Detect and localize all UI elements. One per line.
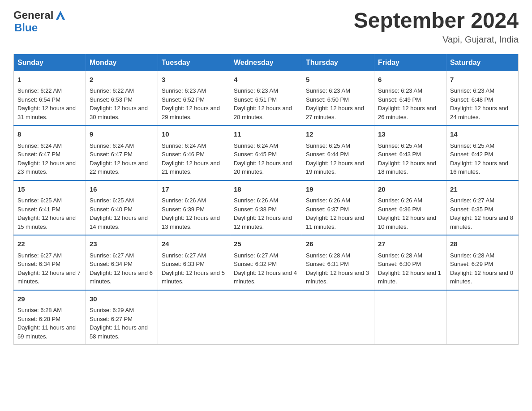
sunrise-text: Sunrise: 6:23 AM <box>234 86 298 95</box>
sunset-text: Sunset: 6:34 PM <box>90 260 154 269</box>
calendar-cell: 20Sunrise: 6:26 AMSunset: 6:36 PMDayligh… <box>374 180 446 235</box>
header-day-tuesday: Tuesday <box>158 54 230 71</box>
daylight-text: Daylight: 12 hours and 21 minutes. <box>162 159 226 176</box>
sunrise-text: Sunrise: 6:27 AM <box>234 251 298 260</box>
sunset-text: Sunset: 6:42 PM <box>450 150 515 159</box>
daylight-text: Daylight: 12 hours and 18 minutes. <box>378 159 442 176</box>
sunset-text: Sunset: 6:52 PM <box>162 95 226 104</box>
day-number: 30 <box>90 294 154 304</box>
day-number: 25 <box>234 239 298 249</box>
day-number: 3 <box>162 75 226 85</box>
calendar-cell: 10Sunrise: 6:24 AMSunset: 6:46 PMDayligh… <box>158 125 230 180</box>
sunset-text: Sunset: 6:38 PM <box>234 205 298 214</box>
day-number: 19 <box>306 184 370 195</box>
header-title-group: September 2024 Vapi, Gujarat, India <box>354 9 519 45</box>
calendar-cell: 13Sunrise: 6:25 AMSunset: 6:43 PMDayligh… <box>374 125 446 180</box>
day-number: 23 <box>90 239 154 249</box>
sunrise-text: Sunrise: 6:25 AM <box>450 141 515 150</box>
daylight-text: Daylight: 12 hours and 0 minutes. <box>450 269 515 286</box>
sunset-text: Sunset: 6:40 PM <box>90 205 154 214</box>
calendar-cell: 1Sunrise: 6:22 AMSunset: 6:54 PMDaylight… <box>14 71 86 126</box>
daylight-text: Daylight: 12 hours and 19 minutes. <box>306 159 370 176</box>
daylight-text: Daylight: 12 hours and 26 minutes. <box>378 104 442 121</box>
day-number: 2 <box>90 75 154 85</box>
sunrise-text: Sunrise: 6:22 AM <box>90 86 154 95</box>
sunrise-text: Sunrise: 6:26 AM <box>162 196 226 205</box>
sunrise-text: Sunrise: 6:27 AM <box>450 196 515 205</box>
day-number: 10 <box>162 129 226 140</box>
daylight-text: Daylight: 12 hours and 31 minutes. <box>17 104 82 121</box>
sunset-text: Sunset: 6:41 PM <box>17 205 82 214</box>
sunrise-text: Sunrise: 6:27 AM <box>90 251 154 260</box>
calendar-cell: 28Sunrise: 6:28 AMSunset: 6:29 PMDayligh… <box>446 235 519 290</box>
sunrise-text: Sunrise: 6:28 AM <box>17 306 82 315</box>
calendar-cell: 18Sunrise: 6:26 AMSunset: 6:38 PMDayligh… <box>230 180 302 235</box>
calendar-cell: 21Sunrise: 6:27 AMSunset: 6:35 PMDayligh… <box>446 180 519 235</box>
calendar-cell: 7Sunrise: 6:23 AMSunset: 6:48 PMDaylight… <box>446 71 519 126</box>
sunrise-text: Sunrise: 6:23 AM <box>306 86 370 95</box>
day-number: 1 <box>17 75 82 85</box>
day-number: 6 <box>378 75 442 85</box>
daylight-text: Daylight: 12 hours and 20 minutes. <box>234 159 298 176</box>
sunset-text: Sunset: 6:47 PM <box>90 150 154 159</box>
day-number: 24 <box>162 239 226 249</box>
sunrise-text: Sunrise: 6:26 AM <box>306 196 370 205</box>
day-number: 17 <box>162 184 226 195</box>
calendar-cell: 14Sunrise: 6:25 AMSunset: 6:42 PMDayligh… <box>446 125 519 180</box>
day-number: 14 <box>450 129 515 140</box>
sunset-text: Sunset: 6:34 PM <box>17 260 82 269</box>
day-number: 9 <box>90 129 154 140</box>
calendar-cell: 30Sunrise: 6:29 AMSunset: 6:27 PMDayligh… <box>86 290 158 345</box>
sunrise-text: Sunrise: 6:22 AM <box>17 86 82 95</box>
calendar-cell: 25Sunrise: 6:27 AMSunset: 6:32 PMDayligh… <box>230 235 302 290</box>
day-number: 20 <box>378 184 442 195</box>
calendar-week-2: 8Sunrise: 6:24 AMSunset: 6:47 PMDaylight… <box>14 125 519 180</box>
logo-general-text: General <box>13 9 53 21</box>
day-number: 29 <box>17 294 82 304</box>
sunrise-text: Sunrise: 6:25 AM <box>90 196 154 205</box>
header-day-thursday: Thursday <box>302 54 374 71</box>
day-number: 4 <box>234 75 298 85</box>
day-number: 16 <box>90 184 154 195</box>
sunrise-text: Sunrise: 6:25 AM <box>378 141 442 150</box>
calendar-cell: 4Sunrise: 6:23 AMSunset: 6:51 PMDaylight… <box>230 71 302 126</box>
sunset-text: Sunset: 6:48 PM <box>450 95 515 104</box>
daylight-text: Daylight: 12 hours and 30 minutes. <box>90 104 154 121</box>
daylight-text: Daylight: 12 hours and 7 minutes. <box>17 269 82 286</box>
logo-blue-text: Blue <box>14 21 38 34</box>
daylight-text: Daylight: 12 hours and 14 minutes. <box>90 214 154 231</box>
sunset-text: Sunset: 6:51 PM <box>234 95 298 104</box>
daylight-text: Daylight: 12 hours and 13 minutes. <box>162 214 226 231</box>
sunset-text: Sunset: 6:33 PM <box>162 260 226 269</box>
daylight-text: Daylight: 12 hours and 29 minutes. <box>162 104 226 121</box>
header-day-sunday: Sunday <box>14 54 86 71</box>
sunrise-text: Sunrise: 6:27 AM <box>162 251 226 260</box>
calendar-table: SundayMondayTuesdayWednesdayThursdayFrid… <box>13 54 519 345</box>
day-number: 8 <box>17 129 82 140</box>
sunset-text: Sunset: 6:27 PM <box>90 315 154 324</box>
sunrise-text: Sunrise: 6:28 AM <box>450 251 515 260</box>
sunset-text: Sunset: 6:37 PM <box>306 205 370 214</box>
daylight-text: Daylight: 12 hours and 22 minutes. <box>90 159 154 176</box>
daylight-text: Daylight: 12 hours and 10 minutes. <box>378 214 442 231</box>
sunset-text: Sunset: 6:39 PM <box>162 205 226 214</box>
sunrise-text: Sunrise: 6:25 AM <box>17 196 82 205</box>
sunset-text: Sunset: 6:47 PM <box>17 150 82 159</box>
calendar-cell <box>374 290 446 345</box>
daylight-text: Daylight: 12 hours and 16 minutes. <box>450 159 515 176</box>
sunrise-text: Sunrise: 6:24 AM <box>234 141 298 150</box>
header-day-friday: Friday <box>374 54 446 71</box>
sunset-text: Sunset: 6:54 PM <box>17 95 82 104</box>
logo-triangle-icon <box>54 9 67 21</box>
day-number: 15 <box>17 184 82 195</box>
daylight-text: Daylight: 12 hours and 23 minutes. <box>17 159 82 176</box>
sunrise-text: Sunrise: 6:23 AM <box>378 86 442 95</box>
calendar-cell: 8Sunrise: 6:24 AMSunset: 6:47 PMDaylight… <box>14 125 86 180</box>
month-title: September 2024 <box>354 9 519 33</box>
calendar-cell: 24Sunrise: 6:27 AMSunset: 6:33 PMDayligh… <box>158 235 230 290</box>
sunrise-text: Sunrise: 6:28 AM <box>378 251 442 260</box>
calendar-cell: 26Sunrise: 6:28 AMSunset: 6:31 PMDayligh… <box>302 235 374 290</box>
header-day-monday: Monday <box>86 54 158 71</box>
daylight-text: Daylight: 12 hours and 8 minutes. <box>450 214 515 231</box>
calendar-cell: 12Sunrise: 6:25 AMSunset: 6:44 PMDayligh… <box>302 125 374 180</box>
